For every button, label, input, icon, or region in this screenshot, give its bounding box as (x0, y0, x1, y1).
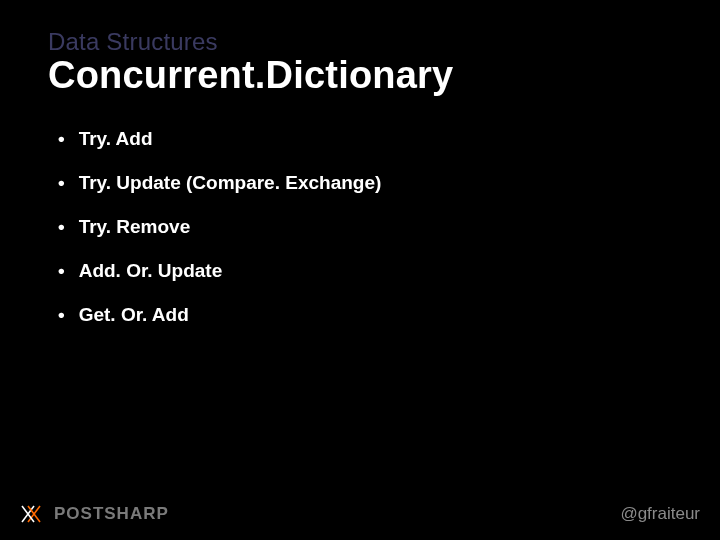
bullet-dot-icon: • (58, 305, 65, 324)
list-item-label: Try. Remove (79, 216, 191, 238)
bullet-dot-icon: • (58, 261, 65, 280)
list-item-label: Try. Update (Compare. Exchange) (79, 172, 382, 194)
list-item-label: Get. Or. Add (79, 304, 189, 326)
slide-title: Concurrent.Dictionary (48, 54, 453, 97)
bullet-list: • Try. Add • Try. Update (Compare. Excha… (58, 128, 672, 348)
list-item-label: Add. Or. Update (79, 260, 223, 282)
slide: Data Structures Concurrent.Dictionary • … (0, 0, 720, 540)
slide-footer: POSTSHARP @gfraiteur (20, 504, 700, 524)
slide-eyebrow: Data Structures (48, 28, 218, 56)
list-item: • Try. Update (Compare. Exchange) (58, 172, 672, 194)
list-item: • Try. Remove (58, 216, 672, 238)
postsharp-logo-icon (20, 504, 46, 524)
list-item: • Try. Add (58, 128, 672, 150)
list-item-label: Try. Add (79, 128, 153, 150)
list-item: • Get. Or. Add (58, 304, 672, 326)
twitter-handle: @gfraiteur (620, 504, 700, 524)
logo: POSTSHARP (20, 504, 169, 524)
bullet-dot-icon: • (58, 129, 65, 148)
bullet-dot-icon: • (58, 173, 65, 192)
bullet-dot-icon: • (58, 217, 65, 236)
list-item: • Add. Or. Update (58, 260, 672, 282)
logo-text: POSTSHARP (54, 504, 169, 524)
